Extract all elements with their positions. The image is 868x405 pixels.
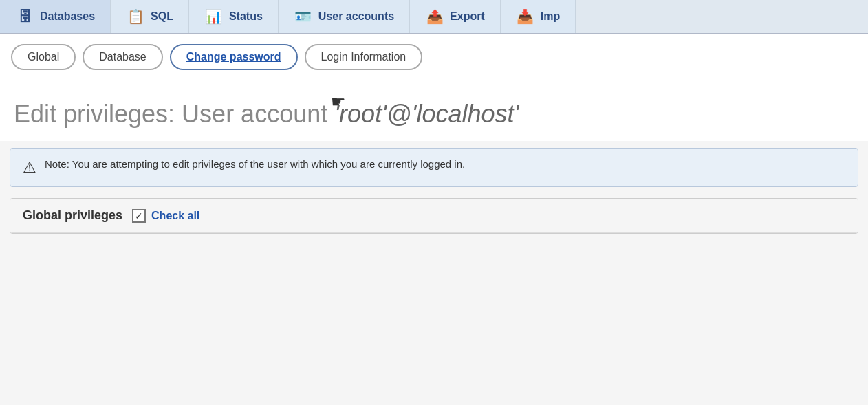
user-accounts-icon: 🪪 (294, 7, 313, 26)
page-title: Edit privileges: User account 'root'@'lo… (14, 100, 854, 129)
check-all-label[interactable]: Check all (151, 210, 199, 222)
databases-icon: 🗄 (15, 7, 34, 26)
pill-change-password[interactable]: Change password (170, 44, 298, 70)
warning-box: ⚠ Note: You are attempting to edit privi… (10, 148, 858, 187)
sub-nav: Global Database Change password Login In… (0, 34, 868, 80)
pill-database[interactable]: Database (83, 44, 163, 70)
check-all-area: ✓ Check all (132, 209, 199, 223)
pill-change-password-label: Change password (186, 51, 281, 63)
page-title-prefix: Edit privileges: User account (14, 100, 327, 128)
tab-status-label: Status (229, 10, 263, 23)
privileges-section: Global privileges ✓ Check all (10, 198, 858, 234)
tab-import-label: Imp (541, 10, 560, 23)
tab-databases-label: Databases (40, 10, 95, 23)
pill-login-information[interactable]: Login Information (305, 44, 423, 70)
export-icon: 📤 (425, 7, 444, 26)
sql-icon: 📋 (126, 7, 145, 26)
top-nav: 🗄 Databases 📋 SQL 📊 Status 🪪 User accoun… (0, 0, 868, 34)
warning-message: Note: You are attempting to edit privile… (45, 158, 465, 170)
pill-global-label: Global (28, 51, 59, 63)
tab-export[interactable]: 📤 Export (410, 0, 501, 33)
tab-import[interactable]: 📥 Imp (501, 0, 576, 33)
tab-sql-label: SQL (151, 10, 173, 23)
check-all-checkbox[interactable]: ✓ (132, 209, 146, 223)
import-icon: 📥 (516, 7, 535, 26)
tab-databases[interactable]: 🗄 Databases (0, 0, 111, 33)
page-title-highlight: 'root'@'localhost' (334, 100, 519, 128)
tab-user-accounts[interactable]: 🪪 User accounts (279, 0, 410, 33)
warning-icon: ⚠ (23, 159, 36, 177)
page-title-area: Edit privileges: User account 'root'@'lo… (0, 80, 868, 141)
privileges-header: Global privileges ✓ Check all (10, 199, 858, 233)
tab-export-label: Export (450, 10, 485, 23)
tab-status[interactable]: 📊 Status (189, 0, 279, 33)
privileges-title: Global privileges (23, 208, 122, 223)
pill-database-label: Database (99, 51, 147, 63)
pill-global[interactable]: Global (11, 44, 76, 70)
status-icon: 📊 (204, 7, 224, 26)
pill-login-information-label: Login Information (321, 51, 406, 63)
tab-user-accounts-label: User accounts (318, 10, 394, 23)
tab-sql[interactable]: 📋 SQL (111, 0, 189, 33)
